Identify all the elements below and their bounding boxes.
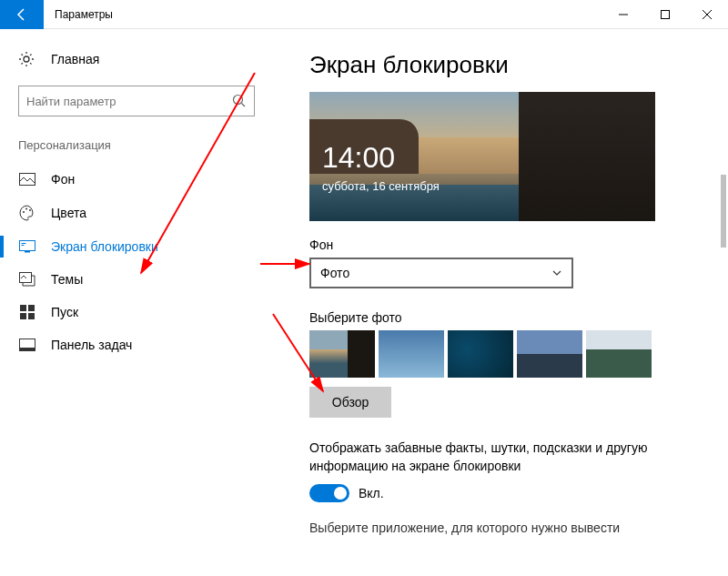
gear-icon (18, 51, 36, 67)
nav-lockscreen[interactable]: Экран блокировки (0, 230, 273, 263)
thumbnail-5[interactable] (586, 330, 652, 378)
window-title: Параметры (55, 8, 602, 21)
photo-thumbnails (309, 330, 710, 378)
svg-point-10 (29, 209, 31, 211)
dropdown-value: Фото (320, 266, 551, 280)
facts-toggle[interactable] (309, 484, 349, 502)
preview-date: суббота, 16 сентября (322, 179, 440, 193)
search-icon (232, 94, 247, 108)
back-button[interactable] (0, 0, 44, 29)
choose-photo-label: Выберите фото (309, 310, 710, 325)
nav-label: Фон (51, 172, 75, 187)
browse-label: Обзор (332, 395, 369, 409)
thumbnail-2[interactable] (379, 330, 444, 378)
svg-rect-12 (25, 251, 30, 253)
section-label: Персонализация (0, 138, 273, 152)
search-input-container[interactable] (18, 86, 255, 116)
scrollbar[interactable] (721, 175, 726, 248)
picture-icon (18, 173, 36, 186)
nav-themes[interactable]: Темы (0, 263, 273, 296)
svg-rect-1 (662, 10, 670, 18)
search-input[interactable] (26, 95, 232, 108)
home-link[interactable]: Главная (0, 44, 273, 75)
minimize-button[interactable] (602, 0, 644, 29)
nav-label: Цвета (51, 206, 86, 220)
svg-rect-21 (20, 348, 35, 351)
toggle-state-label: Вкл. (359, 486, 384, 500)
toggle-description: Отображать забавные факты, шутки, подска… (309, 440, 673, 475)
svg-rect-19 (28, 313, 35, 319)
background-label: Фон (309, 237, 710, 252)
svg-line-6 (242, 104, 246, 107)
svg-rect-16 (20, 305, 26, 311)
start-icon (18, 305, 36, 319)
thumbnail-1[interactable] (309, 330, 375, 378)
chevron-down-icon (551, 268, 562, 278)
close-button[interactable] (686, 0, 728, 29)
page-title: Экран блокировки (309, 51, 710, 79)
palette-icon (18, 205, 36, 221)
svg-rect-18 (20, 313, 26, 319)
taskbar-icon (18, 339, 36, 351)
maximize-button[interactable] (644, 0, 686, 29)
footer-text: Выберите приложение, для которого нужно … (309, 520, 710, 535)
nav-colors[interactable]: Цвета (0, 196, 273, 230)
browse-button[interactable]: Обзор (309, 387, 391, 418)
main-content: Экран блокировки 14:00 суббота, 16 сентя… (273, 29, 728, 576)
svg-point-8 (23, 211, 25, 213)
nav-background[interactable]: Фон (0, 163, 273, 196)
sidebar: Главная Персонализация Фон Цвета Э (0, 29, 273, 576)
background-dropdown[interactable]: Фото (309, 258, 573, 288)
nav-label: Пуск (51, 305, 78, 319)
themes-icon (18, 272, 36, 287)
nav-start[interactable]: Пуск (0, 296, 273, 328)
home-label: Главная (51, 52, 99, 66)
lockscreen-icon (18, 240, 36, 253)
nav-label: Панель задач (51, 338, 132, 352)
svg-rect-14 (22, 245, 25, 246)
nav-label: Экран блокировки (51, 239, 158, 254)
svg-point-4 (24, 56, 29, 62)
nav-taskbar[interactable]: Панель задач (0, 328, 273, 361)
svg-rect-17 (28, 305, 35, 311)
nav-label: Темы (51, 272, 83, 287)
thumbnail-4[interactable] (517, 330, 582, 378)
thumbnail-3[interactable] (448, 330, 513, 378)
svg-rect-13 (22, 243, 26, 244)
lockscreen-preview: 14:00 суббота, 16 сентября (309, 92, 655, 221)
preview-time: 14:00 (322, 141, 395, 175)
svg-point-9 (25, 208, 27, 210)
svg-point-5 (234, 96, 243, 105)
